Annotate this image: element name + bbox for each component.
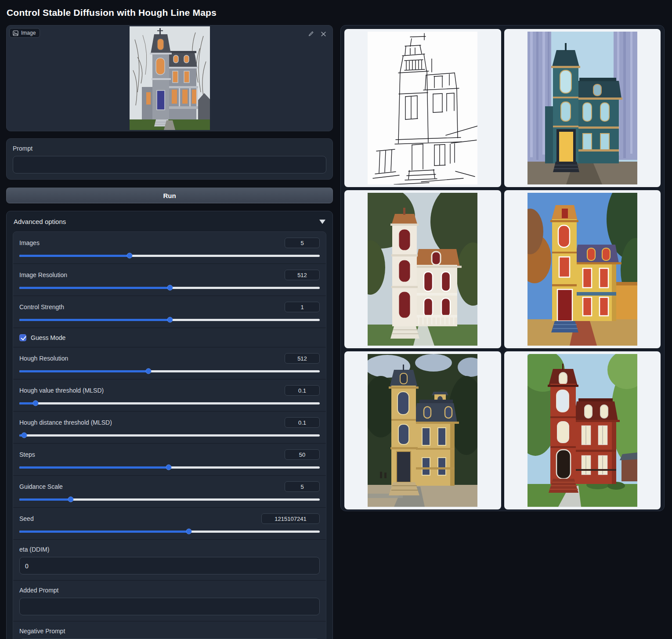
slider-row-hough-value-threshold: Hough value threshold (MLSD) 0.1	[13, 379, 326, 412]
slider-handle[interactable]	[166, 465, 171, 470]
slider-handle[interactable]	[33, 401, 38, 406]
slider-row-control-strength: Control Strength 1	[13, 296, 326, 328]
advanced-options-panel: Advanced options Images 5 Image Resoluti…	[6, 211, 333, 639]
prompt-panel: Prompt	[6, 138, 333, 180]
control-strength-label: Control Strength	[19, 303, 64, 310]
negative-prompt-label: Negative Prompt	[19, 627, 320, 635]
page-title: Control Stable Diffusion with Hough Line…	[0, 0, 672, 25]
image-resolution-slider[interactable]	[19, 285, 320, 291]
prompt-input[interactable]	[13, 156, 326, 173]
slider-handle[interactable]	[167, 285, 173, 291]
hough-value-threshold-label: Hough value threshold (MLSD)	[19, 387, 104, 394]
image-label-badge: Image	[9, 28, 40, 38]
result-gallery	[340, 25, 665, 511]
image-resolution-value-input[interactable]: 512	[285, 270, 320, 280]
images-value-input[interactable]: 5	[285, 238, 320, 248]
input-image-panel[interactable]: Image	[6, 25, 333, 131]
generated-image-2	[368, 193, 477, 346]
slider-row-steps: Steps 50	[13, 444, 326, 476]
generated-image-1	[527, 32, 637, 184]
guidance-scale-slider[interactable]	[19, 496, 320, 502]
edit-image-button[interactable]	[306, 29, 316, 39]
added-prompt-label: Added Prompt	[19, 586, 320, 594]
slider-handle[interactable]	[167, 317, 173, 323]
hough-line-map-image	[368, 32, 477, 184]
image-label: Image	[21, 30, 36, 36]
advanced-options-title: Advanced options	[14, 218, 66, 225]
images-label: Images	[19, 239, 40, 246]
seed-label: Seed	[19, 515, 34, 522]
slider-handle[interactable]	[127, 253, 133, 259]
images-slider[interactable]	[19, 253, 320, 259]
slider-row-guidance-scale: Guidance Scale 5	[13, 476, 326, 508]
added-prompt-input[interactable]	[19, 598, 320, 615]
gallery-item-generated-1[interactable]	[504, 29, 661, 187]
advanced-options-header[interactable]: Advanced options	[7, 211, 332, 231]
slider-handle[interactable]	[146, 368, 152, 374]
steps-value-input[interactable]: 50	[285, 449, 320, 460]
eta-input[interactable]: 0	[19, 557, 320, 574]
guess-mode-row: Guess Mode	[13, 328, 326, 347]
triangle-down-icon	[319, 220, 325, 224]
run-button[interactable]: Run	[6, 188, 333, 203]
gallery-item-hough-map[interactable]	[344, 29, 501, 187]
main-layout: Image	[0, 25, 672, 639]
hough-resolution-slider[interactable]	[19, 368, 320, 374]
control-strength-value-input[interactable]: 1	[285, 302, 320, 312]
hough-value-threshold-value-input[interactable]: 0.1	[285, 385, 320, 396]
left-column: Image	[6, 25, 333, 639]
clear-image-button[interactable]	[318, 29, 328, 39]
hough-resolution-value-input[interactable]: 512	[285, 353, 320, 364]
hough-distance-threshold-slider[interactable]	[19, 432, 320, 438]
eta-row: eta (DDIM) 0	[13, 540, 326, 581]
slider-handle[interactable]	[186, 529, 192, 534]
steps-label: Steps	[19, 451, 35, 458]
advanced-rows: Images 5 Image Resolution 512	[13, 231, 326, 639]
slider-row-hough-distance-threshold: Hough distance threshold (MLSD) 0.1	[13, 412, 326, 444]
guidance-scale-value-input[interactable]: 5	[285, 481, 320, 492]
generated-image-5	[527, 354, 637, 507]
gallery-item-generated-2[interactable]	[344, 190, 501, 348]
seed-value-input[interactable]: 1215107241	[261, 513, 320, 524]
guidance-scale-label: Guidance Scale	[19, 483, 63, 490]
added-prompt-row: Added Prompt	[13, 581, 326, 621]
guess-mode-checkbox[interactable]	[19, 334, 26, 341]
image-actions	[306, 29, 328, 39]
image-resolution-label: Image Resolution	[19, 271, 67, 278]
slider-handle[interactable]	[21, 433, 27, 438]
slider-row-images: Images 5	[13, 232, 326, 264]
gallery-item-generated-3[interactable]	[504, 190, 661, 348]
gallery-item-generated-4[interactable]	[344, 351, 501, 509]
eta-label: eta (DDIM)	[19, 545, 320, 553]
hough-value-threshold-slider[interactable]	[19, 400, 320, 406]
hough-distance-threshold-value-input[interactable]: 0.1	[285, 417, 320, 428]
control-strength-slider[interactable]	[19, 317, 320, 323]
slider-row-image-resolution: Image Resolution 512	[13, 264, 326, 296]
steps-slider[interactable]	[19, 464, 320, 470]
image-icon	[13, 30, 18, 36]
seed-slider[interactable]	[19, 528, 320, 534]
hough-distance-threshold-label: Hough distance threshold (MLSD)	[19, 419, 112, 426]
generated-image-3	[527, 193, 637, 346]
slider-handle[interactable]	[68, 497, 73, 502]
uploaded-image	[130, 26, 210, 130]
victorian-house-photo	[130, 26, 210, 130]
slider-row-seed: Seed 1215107241	[13, 508, 326, 540]
gallery-item-generated-5[interactable]	[504, 351, 661, 509]
prompt-label: Prompt	[13, 144, 326, 152]
generated-image-4	[368, 354, 477, 507]
pencil-icon	[308, 31, 314, 37]
guess-mode-label: Guess Mode	[31, 334, 65, 341]
slider-row-hough-resolution: Hough Resolution 512	[13, 347, 326, 379]
negative-prompt-row: Negative Prompt	[13, 621, 326, 639]
hough-resolution-label: Hough Resolution	[19, 355, 68, 362]
x-icon	[321, 31, 326, 37]
